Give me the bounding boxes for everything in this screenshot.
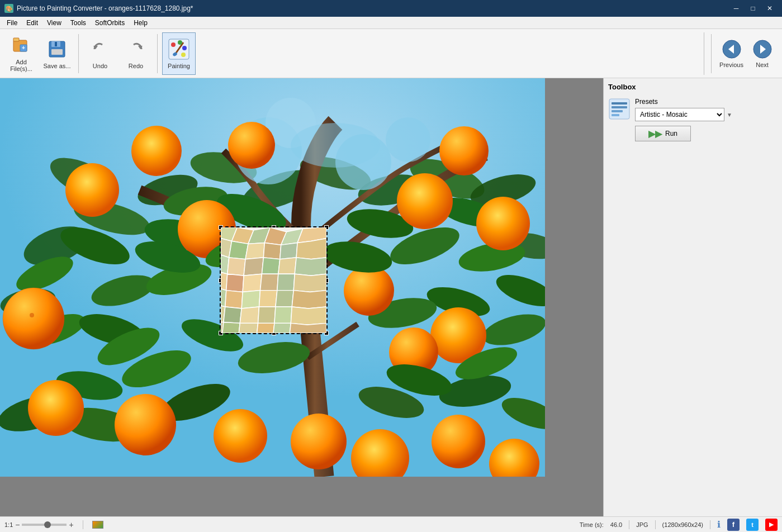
image-indicator	[92, 521, 103, 529]
painting-button[interactable]: Painting	[162, 32, 196, 75]
close-button[interactable]: ✕	[762, 3, 778, 14]
add-files-icon: +	[10, 35, 32, 56]
svg-point-59	[386, 117, 430, 162]
next-label: Next	[756, 61, 769, 68]
twitter-button[interactable]: t	[746, 519, 759, 531]
next-icon	[752, 39, 772, 59]
info-icon[interactable]: ℹ	[717, 519, 721, 530]
zoom-minus-button[interactable]: −	[15, 520, 20, 529]
maximize-button[interactable]: □	[745, 3, 761, 14]
mosaic-preview-area	[221, 227, 326, 333]
next-button[interactable]: Next	[747, 32, 778, 75]
presets-select[interactable]: Artistic - Mosaic Artistic - Oil Paint A…	[635, 108, 724, 121]
previous-icon	[722, 39, 742, 59]
mosaic-svg	[221, 227, 326, 333]
zoom-plus-button[interactable]: +	[69, 520, 73, 529]
selection-box[interactable]	[220, 226, 328, 334]
svg-point-13	[182, 46, 187, 50]
svg-rect-7	[55, 42, 57, 46]
svg-point-61	[291, 123, 380, 168]
previous-label: Previous	[719, 61, 743, 68]
status-divider-3	[655, 520, 656, 529]
menu-softorbits[interactable]: SoftOrbits	[91, 18, 129, 28]
add-files-label: Add File(s)...	[7, 59, 35, 72]
toolbox-content: Presets Artistic - Mosaic Artistic - Oil…	[608, 98, 778, 141]
time-label: Time (s):	[580, 521, 604, 528]
svg-point-72	[344, 265, 394, 316]
format-label: JPG	[636, 521, 648, 528]
image-thumbnail	[92, 521, 103, 529]
svg-rect-138	[612, 110, 623, 112]
svg-rect-134	[221, 227, 326, 333]
svg-point-68	[228, 122, 275, 169]
menu-edit[interactable]: Edit	[22, 18, 42, 28]
toolbox-presets-icon	[608, 98, 631, 120]
painting-label: Painting	[168, 63, 190, 69]
status-divider-1	[83, 520, 83, 529]
toolbar: + Add File(s)... Save as... Undo	[0, 29, 782, 78]
menu-view[interactable]: View	[42, 18, 66, 28]
title-bar-left: 🎨 Picture to Painting Converter - orange…	[4, 4, 193, 13]
run-arrow-icon: ▶▶	[648, 129, 662, 139]
toolbar-separator-1	[78, 34, 79, 73]
svg-point-12	[178, 40, 182, 45]
svg-point-11	[171, 42, 176, 47]
canvas-area[interactable]	[0, 78, 603, 516]
app-icon: 🎨	[4, 4, 13, 13]
svg-point-70	[439, 126, 489, 175]
add-files-button[interactable]: + Add File(s)...	[4, 32, 38, 75]
toolbar-separator-2	[157, 34, 158, 73]
svg-point-67	[131, 126, 182, 176]
window-title: Picture to Painting Converter - oranges-…	[17, 4, 193, 12]
svg-rect-1	[13, 38, 19, 41]
svg-point-71	[476, 197, 530, 250]
save-as-button[interactable]: Save as...	[40, 32, 74, 75]
status-divider-2	[629, 520, 629, 529]
run-label: Run	[665, 130, 677, 137]
svg-rect-137	[612, 106, 627, 108]
svg-point-75	[28, 380, 84, 436]
zoom-thumb	[44, 521, 51, 528]
previous-button[interactable]: Previous	[716, 32, 747, 75]
minimize-button[interactable]: ─	[728, 3, 744, 14]
menu-tools[interactable]: Tools	[66, 18, 91, 28]
save-as-label: Save as...	[44, 63, 71, 69]
youtube-button[interactable]: ▶	[765, 519, 778, 531]
run-button[interactable]: ▶▶ Run	[635, 126, 691, 141]
status-divider-4	[710, 520, 710, 529]
toolbar-nav: Previous Next	[704, 32, 778, 75]
menu-file[interactable]: File	[2, 18, 22, 28]
svg-rect-136	[612, 102, 627, 104]
svg-point-62	[3, 288, 64, 349]
toolbox-title: Toolbox	[608, 83, 778, 91]
painting-icon	[168, 38, 190, 60]
toolbox-panel: Toolbox Presets Artistic - Mosaic Art	[603, 78, 782, 516]
svg-point-64	[30, 313, 34, 317]
svg-rect-6	[51, 49, 63, 55]
svg-point-69	[397, 173, 453, 229]
undo-icon	[89, 38, 111, 60]
save-icon	[46, 38, 68, 60]
zoom-slider[interactable]	[22, 524, 67, 526]
svg-point-78	[291, 414, 347, 469]
status-bar-right: Time (s): 46.0 JPG (1280x960x24) ℹ f t ▶	[580, 519, 778, 531]
menu-bar: File Edit View Tools SoftOrbits Help	[0, 17, 782, 29]
svg-point-76	[115, 394, 176, 455]
svg-point-77	[214, 409, 267, 463]
menu-help[interactable]: Help	[129, 18, 152, 28]
presets-label: Presets	[635, 98, 778, 106]
zoom-level: 1:1	[4, 521, 13, 528]
redo-icon	[125, 38, 147, 60]
dimensions-label: (1280x960x24)	[662, 521, 703, 528]
zoom-control: 1:1 − +	[4, 520, 74, 529]
undo-label: Undo	[93, 63, 107, 69]
toolbox-controls: Presets Artistic - Mosaic Artistic - Oil…	[635, 98, 778, 141]
time-value: 46.0	[610, 521, 622, 528]
facebook-button[interactable]: f	[727, 519, 740, 531]
redo-button[interactable]: Redo	[119, 32, 153, 75]
preset-dropdown-icon: ▼	[727, 112, 732, 118]
undo-button[interactable]: Undo	[83, 32, 117, 75]
nav-separator	[711, 34, 712, 73]
status-bar: 1:1 − + Time (s): 46.0 JPG (1280x960x24)…	[0, 516, 782, 532]
main-area: Toolbox Presets Artistic - Mosaic Art	[0, 78, 782, 516]
